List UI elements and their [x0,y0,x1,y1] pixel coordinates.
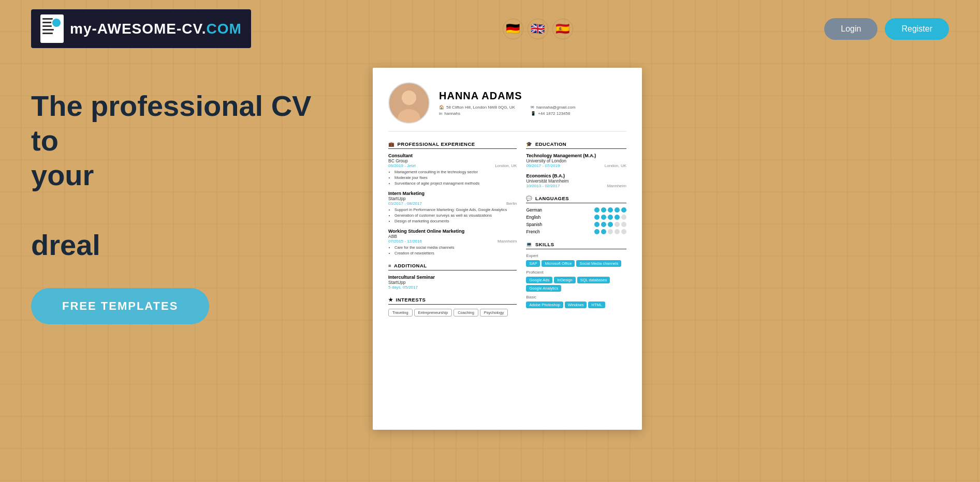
login-button[interactable]: Login [824,18,877,40]
logo[interactable]: my-AWESOME-CV.COM [31,9,251,48]
phone-icon: 📱 [531,111,536,116]
svg-point-1 [402,91,416,105]
cv-job-0: Consultant BC Group 09/2019 - JetztLondo… [388,153,517,186]
cv-job-2: Working Student Online Marketing ABB 07/… [388,229,517,255]
dot-empty [621,229,626,234]
cv-phone: +44 1872 123456 [538,111,571,116]
expert-skill-tags: SAP Microsoft Office Social Media channe… [526,260,626,267]
interest-tag: Entrepreneurship [414,309,452,317]
job-title-2: Working Student Online Marketing [388,229,517,234]
job-date-0: 09/2019 - JetztLondon, UK [388,163,517,168]
lang-row-german: German [526,207,626,213]
edu-date-0: 09/2017 - 07/2019London, UK [526,163,626,168]
skill-tag: Adobe Photoshop [526,302,563,308]
logo-text: my-AWESOME-CV.COM [70,21,242,37]
cv-additional-section: ≡ ADDITIONAL Intercultural Seminar Start… [388,263,517,290]
dot [601,229,606,234]
email-icon: ✉ [531,105,534,110]
proficient-skill-tags: Google Ads InDesign SQL databases Google… [526,277,626,292]
dot [621,207,626,213]
skill-tag: SAP [526,260,540,267]
cv-address: 58 Clifton Hill, London NW8 0QG, UK [446,105,515,110]
cv-interests-section: ★ INTERESTS Traveling Entrepreneurship C… [388,297,517,317]
bullet: Surveillance of agile project managment … [394,181,517,186]
lang-name: Spanish [526,222,554,227]
interest-tags: Traveling Entrepreneurship Coaching Psyc… [388,309,517,317]
briefcase-icon: 💼 [388,141,395,147]
dot [601,215,606,220]
skills-icon: 💻 [526,242,533,247]
languages-title: 💬 LANGUAGES [526,195,626,203]
cv-name: HANNA ADAMS [439,90,576,102]
free-templates-button[interactable]: FREE TEMPLATES [31,288,209,324]
lang-dots [594,229,626,234]
bullet: Design of marketing documents [394,219,517,223]
cv-job-1: Intern Marketing StartUpp 03/2017 - 08/2… [388,191,517,223]
additional-item-date: 5 days, 05/2017 [388,285,517,290]
register-button[interactable]: Register [885,18,949,40]
skill-tag: Windows [565,302,587,308]
cv-left-column: 💼 PROFESSIONAL EXPERIENCE Consultant BC … [388,141,517,324]
interests-title: ★ INTERESTS [388,297,517,305]
star-icon: ★ [388,297,393,303]
hero-title: The professional CV to your dreal [31,88,342,262]
edu-date-1: 10/2013 - 02/2017Mannheim [526,184,626,188]
cv-photo [388,82,430,124]
edu-degree-1: Economics (B.A.) [526,173,626,178]
flag-english[interactable]: 🇬🇧 [528,19,548,39]
basic-skill-tags: Adobe Photoshop Windows HTML [526,302,626,308]
additional-item-0: Intercultural Seminar StartUpp 5 days, 0… [388,275,517,290]
hero-section: The professional CV to your dreal FREE T… [31,68,342,430]
graduation-icon: 🎓 [526,141,533,147]
bullet: Creation of newsletters [394,251,517,255]
dot-empty [615,229,620,234]
cv-header: HANNA ADAMS 🏠 58 Clifton Hill, London NW… [388,82,626,132]
lang-dots [594,215,626,220]
dot [608,215,613,220]
cv-right-column: 🎓 EDUCATION Technology Management (M.A.)… [526,141,626,324]
additional-item-title: Intercultural Seminar [388,275,517,280]
cv-email: hannaha@gmail.com [536,105,576,110]
cv-experience-section: 💼 PROFESSIONAL EXPERIENCE Consultant BC … [388,141,517,255]
lang-row-spanish: Spanish [526,222,626,227]
home-icon: 🏠 [439,105,444,110]
edu-degree-0: Technology Management (M.A.) [526,153,626,158]
interest-tag: Psychology [480,309,508,317]
flag-spanish[interactable]: 🇪🇸 [552,19,573,39]
cv-contact: 🏠 58 Clifton Hill, London NW8 0QG, UK in… [439,105,576,116]
job-title-0: Consultant [388,153,517,158]
job-company-2: ABB [388,234,517,239]
interest-tag: Coaching [454,309,478,317]
skill-tag: HTML [588,302,605,308]
dot [601,207,606,213]
job-bullets-1: Support in Performance Marketing: Google… [388,207,517,223]
dot [601,222,606,227]
job-date-2: 07/2015 - 12/2016Mannheim [388,239,517,244]
dot [615,207,620,213]
bullet: Moderate jour fixes [394,175,517,180]
education-title: 🎓 EDUCATION [526,141,626,149]
skill-tag: Google Ads [526,277,552,283]
main-content: The professional CV to your dreal FREE T… [0,57,980,430]
skills-proficient-label: Proficient [526,270,626,275]
bullet: Generation of customer surveys as well a… [394,213,517,218]
experience-title: 💼 PROFESSIONAL EXPERIENCE [388,141,517,149]
job-company-1: StartUpp [388,196,517,201]
job-bullets-0: Management consulting in the technology … [388,170,517,186]
dot [594,215,599,220]
lang-name: French [526,229,554,234]
dot-empty [621,222,626,227]
edu-school-1: Universität Mannheim [526,178,626,184]
job-company-0: BC Group [388,158,517,163]
skills-title: 💻 SKILLS [526,242,626,249]
edu-school-0: University of London [526,158,626,163]
speech-icon: 💬 [526,195,533,201]
skill-tag: Google Analytics [526,285,561,292]
lang-row-french: French [526,229,626,234]
dot-empty [621,215,626,220]
flag-german[interactable]: 🇩🇪 [503,19,523,39]
interest-tag: Traveling [388,309,413,317]
logo-icon [40,14,64,43]
language-selector: 🇩🇪 🇬🇧 🇪🇸 [503,19,573,39]
skill-tag: Microsoft Office [542,260,575,267]
